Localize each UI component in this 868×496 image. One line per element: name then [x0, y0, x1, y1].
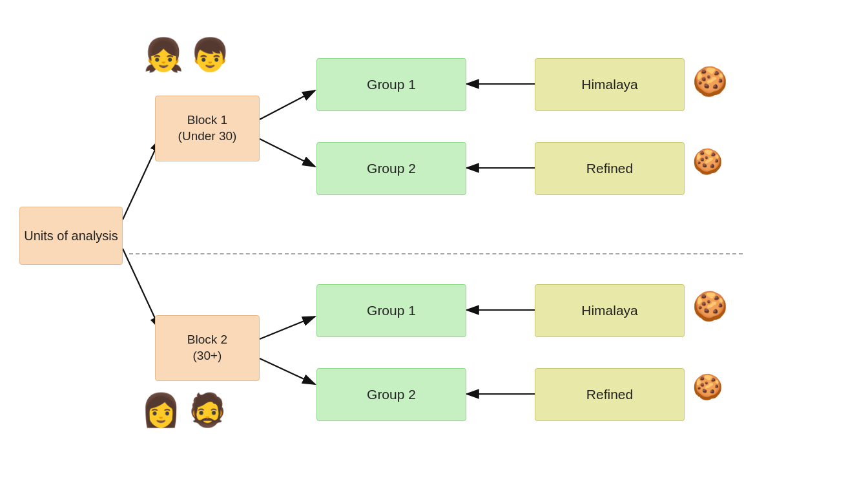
himalaya2-label: Himalaya — [581, 302, 638, 319]
bottom-faces-group: 👩 🧔 — [141, 394, 227, 426]
girl-icon: 👧 — [143, 39, 183, 71]
refined2-label: Refined — [586, 386, 633, 403]
cookie-icon-3: 🍪 — [692, 289, 728, 323]
top-faces-group: 👧 👦 — [143, 39, 230, 71]
block2-box: Block 2(30+) — [155, 315, 260, 381]
woman-icon: 👩 — [141, 394, 181, 426]
himalaya1-box: Himalaya — [535, 58, 685, 111]
himalaya1-label: Himalaya — [581, 76, 638, 93]
refined1-box: Refined — [535, 142, 685, 195]
himalaya2-box: Himalaya — [535, 284, 685, 337]
refined1-label: Refined — [586, 160, 633, 177]
group1-bottom-label: Group 1 — [367, 302, 416, 319]
section-divider — [129, 253, 743, 254]
cookie-icon-4: 🍪 — [692, 373, 723, 401]
svg-line-4 — [260, 90, 315, 119]
group2-bottom-box: Group 2 — [316, 368, 466, 421]
block1-label: Block 1(Under 30) — [178, 112, 237, 144]
diagram-canvas: Units of analysis 👧 👦 Block 1(Under 30) … — [0, 0, 868, 496]
group2-top-label: Group 2 — [367, 160, 416, 177]
cookie-icon-1: 🍪 — [692, 65, 728, 98]
svg-line-9 — [260, 358, 315, 384]
group1-bottom-box: Group 1 — [316, 284, 466, 337]
bearded-man-icon: 🧔 — [187, 394, 227, 426]
group1-top-box: Group 1 — [316, 58, 466, 111]
units-of-analysis-box: Units of analysis — [19, 207, 123, 265]
svg-line-5 — [260, 139, 315, 167]
block1-box: Block 1(Under 30) — [155, 96, 260, 161]
svg-line-8 — [260, 316, 315, 339]
group2-bottom-label: Group 2 — [367, 386, 416, 403]
group1-top-label: Group 1 — [367, 76, 416, 93]
units-label: Units of analysis — [24, 227, 118, 244]
cookie-icon-2: 🍪 — [692, 147, 723, 176]
refined2-box: Refined — [535, 368, 685, 421]
block2-label: Block 2(30+) — [187, 332, 227, 364]
boy-icon: 👦 — [190, 39, 230, 71]
group2-top-box: Group 2 — [316, 142, 466, 195]
